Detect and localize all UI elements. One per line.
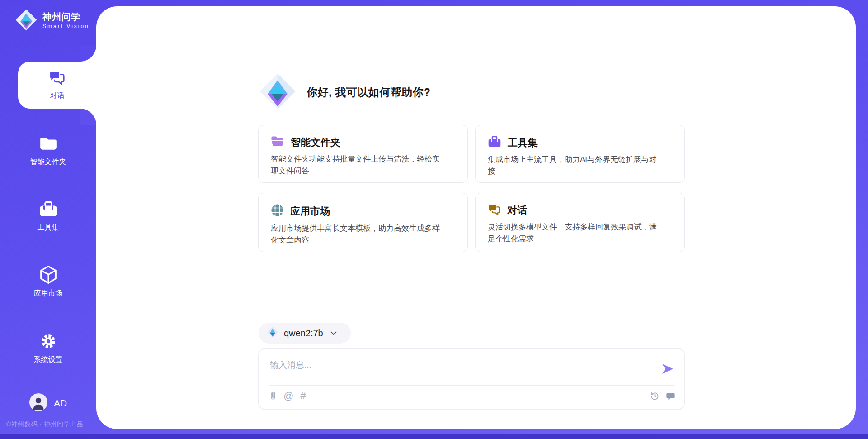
chat-icon (49, 70, 66, 87)
sidebar-item-label: 工具集 (38, 223, 59, 233)
greeting-title: 你好, 我可以如何帮助你? (307, 85, 431, 100)
sidebar-item-chat[interactable]: 对话 (18, 62, 96, 109)
mention-icon[interactable]: @ (283, 391, 293, 401)
chevron-down-icon (330, 331, 337, 335)
card-title: 智能文件夹 (291, 136, 340, 149)
brand-subtitle: Smart Vision (42, 24, 90, 29)
sidebar-item-label: 应用市场 (34, 289, 63, 298)
card-toolset[interactable]: 工具集 集成市场上主流工具，助力AI与外界无缝扩展与对接 (475, 125, 685, 183)
gear-icon (39, 332, 57, 351)
message-input[interactable] (270, 355, 641, 375)
sidebar-item-settings[interactable]: 系统设置 (0, 332, 96, 365)
hashtag-icon[interactable]: # (300, 391, 306, 401)
briefcase-icon (488, 136, 501, 150)
sidebar-item-label: 智能文件夹 (30, 157, 66, 167)
card-app-market[interactable]: 应用市场 应用市场提供丰富长文本模板，助力高效生成多样化文章内容 (258, 193, 468, 252)
folder-icon (39, 134, 58, 153)
composer-divider (269, 385, 674, 386)
card-title: 工具集 (508, 136, 538, 150)
user-profile[interactable]: AD (0, 393, 96, 413)
bottom-strip (0, 434, 868, 439)
brand-name: 神州问学 (42, 12, 90, 22)
card-description: 集成市场上主流工具，助力AI与外界无缝扩展与对接 (488, 154, 659, 177)
card-title: 应用市场 (290, 205, 330, 218)
feedback-bubble-icon[interactable] (666, 392, 675, 401)
briefcase-icon (39, 200, 58, 219)
sidebar: 神州问学 Smart Vision 对话 智能文件夹 (0, 0, 96, 439)
chat-icon (488, 204, 501, 217)
send-icon[interactable] (660, 362, 675, 376)
main-panel: 你好, 我可以如何帮助你? 智能文件夹 智能文件夹功能支持批量文件上传与清洗，轻… (96, 6, 856, 429)
brand-logo: 神州问学 Smart Vision (14, 8, 90, 33)
composer-tools-right (650, 391, 675, 401)
card-description: 智能文件夹功能支持批量文件上传与清洗，轻松实现文件问答 (271, 153, 442, 177)
card-chat[interactable]: 对话 灵活切换多模型文件，支持多样回复效果调试，满足个性化需求 (475, 193, 685, 252)
history-icon[interactable] (650, 391, 660, 401)
sidebar-footer: ©神州数码 · 神州问学出品 (6, 420, 83, 429)
sidebar-item-smart-folder[interactable]: 智能文件夹 (0, 134, 96, 167)
message-composer: @ # (258, 348, 685, 410)
greeting-block: 你好, 我可以如何帮助你? (258, 72, 431, 113)
cube-icon (39, 265, 57, 284)
folder-open-icon (271, 136, 284, 149)
model-diamond-icon (267, 326, 278, 340)
attach-icon[interactable] (269, 391, 277, 401)
sidebar-item-app-market[interactable]: 应用市场 (0, 265, 96, 298)
brand-diamond-icon (14, 8, 38, 33)
grid-globe-icon (271, 204, 284, 219)
card-title: 对话 (507, 204, 527, 217)
card-description: 灵活切换多模型文件，支持多样回复效果调试，满足个性化需求 (488, 221, 659, 245)
avatar (29, 393, 47, 413)
user-initials: AD (54, 398, 67, 409)
model-name: qwen2:7b (284, 328, 323, 339)
card-smart-folder[interactable]: 智能文件夹 智能文件夹功能支持批量文件上传与清洗，轻松实现文件问答 (258, 125, 468, 183)
sidebar-item-toolset[interactable]: 工具集 (0, 200, 96, 233)
feature-cards: 智能文件夹 智能文件夹功能支持批量文件上传与清洗，轻松实现文件问答 工具集 (258, 125, 685, 252)
model-selector[interactable]: qwen2:7b (259, 323, 351, 344)
card-description: 应用市场提供丰富长文本模板，助力高效生成多样化文章内容 (271, 223, 442, 246)
sidebar-item-label: 对话 (50, 91, 65, 100)
sidebar-item-label: 系统设置 (34, 355, 63, 365)
app-window: 你好, 我可以如何帮助你? 智能文件夹 智能文件夹功能支持批量文件上传与清洗，轻… (0, 0, 868, 439)
composer-tools-left: @ # (269, 391, 306, 401)
brand-diamond-icon (258, 72, 297, 113)
